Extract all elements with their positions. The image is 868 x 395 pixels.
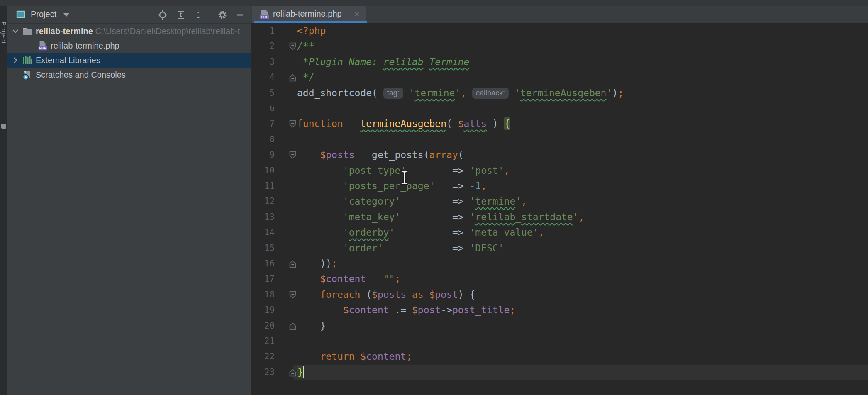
svg-text:PHP: PHP xyxy=(261,15,269,19)
code-text: } xyxy=(297,365,304,380)
code-text: } xyxy=(297,318,326,334)
libraries-icon xyxy=(22,55,33,67)
code-line-12[interactable]: 12 'category' => 'termine', xyxy=(251,194,868,209)
code-line-11[interactable]: 11 'posts_per_page' => -1, xyxy=(251,178,868,194)
editor-tab-bar: PHP relilab-termine.php × xyxy=(251,6,868,23)
scratches-icon xyxy=(22,70,33,82)
fold-region-start-icon[interactable] xyxy=(289,120,296,130)
collapse-all-icon[interactable] xyxy=(193,10,203,20)
line-number: 13 xyxy=(251,210,275,225)
tree-item-label: External Libraries xyxy=(36,55,100,66)
line-number: 14 xyxy=(251,225,275,240)
tree-item-label: relilab-termine.php xyxy=(51,41,119,51)
line-number: 11 xyxy=(251,178,275,194)
project-panel-title[interactable]: Project xyxy=(31,10,56,19)
php-file-icon: PHP xyxy=(37,41,48,53)
tree-item-external-libraries[interactable]: External Libraries xyxy=(7,53,251,68)
tool-window-icon[interactable] xyxy=(1,124,6,129)
code-text: $content = ""; xyxy=(297,271,400,287)
ibeam-mouse-cursor xyxy=(399,169,410,188)
line-number: 9 xyxy=(251,147,275,163)
fold-region-end-icon[interactable] xyxy=(289,322,296,332)
code-line-1[interactable]: 1<?php xyxy=(251,23,868,39)
locate-icon[interactable] xyxy=(158,10,168,20)
code-line-21[interactable]: 21 xyxy=(251,334,868,349)
code-text: add_shortcode( tag: 'termine', callback:… xyxy=(297,85,624,101)
project-panel: Project xyxy=(7,6,251,395)
close-icon[interactable]: × xyxy=(354,9,359,19)
tree-item-relilab-termine[interactable]: relilab-termine C:\Users\Daniel\Desktop\… xyxy=(7,24,251,39)
php-file-icon: PHP xyxy=(259,9,271,22)
tree-item-relilab-termine-php[interactable]: PHPrelilab-termine.php xyxy=(7,39,251,53)
code-text: 'orderby' => 'meta_value', xyxy=(297,225,544,240)
chevron-down-icon[interactable] xyxy=(11,27,20,37)
line-number: 15 xyxy=(251,241,275,256)
ide-window: Project Project xyxy=(0,0,868,395)
project-view-icon xyxy=(16,10,26,21)
line-number: 6 xyxy=(251,101,275,116)
line-number: 10 xyxy=(251,163,275,178)
svg-text:PHP: PHP xyxy=(39,46,46,50)
parameter-hint: tag: xyxy=(383,88,403,99)
code-editor[interactable]: 1<?php2/**3 *Plugin Name: relilab Termin… xyxy=(251,23,868,395)
code-line-16[interactable]: 16 )); xyxy=(251,256,868,271)
fold-region-end-icon[interactable] xyxy=(289,73,296,83)
fold-region-start-icon[interactable] xyxy=(289,291,296,301)
code-line-23[interactable]: 23} xyxy=(251,365,868,380)
line-number: 8 xyxy=(251,132,275,147)
line-number: 4 xyxy=(251,70,275,85)
line-number: 18 xyxy=(251,287,275,302)
code-line-3[interactable]: 3 *Plugin Name: relilab Termine xyxy=(251,54,868,70)
code-line-14[interactable]: 14 'orderby' => 'meta_value', xyxy=(251,225,868,240)
chevron-right-icon[interactable] xyxy=(11,56,20,66)
line-number: 16 xyxy=(251,256,275,271)
code-line-18[interactable]: 18 foreach ($posts as $post) { xyxy=(251,287,868,302)
line-number: 2 xyxy=(251,39,275,54)
code-text: $posts = get_posts(array( xyxy=(297,147,464,163)
code-line-7[interactable]: 7function termineAusgeben( $atts ) { xyxy=(251,116,868,132)
project-tree: relilab-termine C:\Users\Daniel\Desktop\… xyxy=(7,24,251,82)
settings-gear-icon[interactable] xyxy=(217,10,227,20)
code-text: <?php xyxy=(297,23,326,39)
code-line-5[interactable]: 5add_shortcode( tag: 'termine', callback… xyxy=(251,85,868,101)
fold-region-start-icon[interactable] xyxy=(289,42,296,52)
tree-item-scratches-and-consoles[interactable]: Scratches and Consoles xyxy=(7,68,251,82)
code-text: foreach ($posts as $post) { xyxy=(297,287,475,302)
fold-region-end-icon[interactable] xyxy=(289,260,296,270)
line-number: 23 xyxy=(251,365,275,380)
code-text: $content .= $post->post_title; xyxy=(297,302,515,318)
line-number: 20 xyxy=(251,318,275,334)
code-line-9[interactable]: 9 $posts = get_posts(array( xyxy=(251,147,868,163)
tree-item-label: Scratches and Consoles xyxy=(36,70,126,80)
code-line-22[interactable]: 22 return $content; xyxy=(251,349,868,364)
code-text: 'category' => 'termine', xyxy=(297,194,527,209)
code-line-20[interactable]: 20 } xyxy=(251,318,868,334)
chevron-down-icon[interactable] xyxy=(63,13,69,17)
tab-relilab-termine-php[interactable]: PHP relilab-termine.php × xyxy=(252,6,366,23)
code-line-10[interactable]: 10 'post_type' => 'post', xyxy=(251,163,868,178)
parameter-hint: callback: xyxy=(472,88,509,99)
project-stripe-button[interactable]: Project xyxy=(0,22,7,44)
code-text: return $content; xyxy=(297,349,412,364)
tree-item-label: relilab-termine C:\Users\Daniel\Desktop\… xyxy=(36,26,240,37)
code-line-8[interactable]: 8 xyxy=(251,132,868,147)
code-text: 'posts_per_page' => -1, xyxy=(297,178,487,194)
line-number: 12 xyxy=(251,194,275,209)
fold-region-end-icon[interactable] xyxy=(289,368,296,378)
project-panel-header: Project xyxy=(7,6,251,24)
window-title-strip xyxy=(0,0,868,6)
hide-panel-icon[interactable] xyxy=(235,10,245,20)
code-text: function termineAusgeben( $atts ) { xyxy=(297,116,510,132)
tab-label: relilab-termine.php xyxy=(273,9,342,19)
code-line-13[interactable]: 13 'meta_key' => 'relilab_startdate', xyxy=(251,210,868,225)
tree-item-path: C:\Users\Daniel\Desktop\relilab\relilab-… xyxy=(93,27,240,36)
line-number: 17 xyxy=(251,271,275,287)
code-line-19[interactable]: 19 $content .= $post->post_title; xyxy=(251,302,868,318)
expand-all-icon[interactable] xyxy=(176,10,186,20)
fold-region-start-icon[interactable] xyxy=(289,151,296,161)
code-line-6[interactable]: 6 xyxy=(251,101,868,116)
code-line-2[interactable]: 2/** xyxy=(251,39,868,54)
code-line-17[interactable]: 17 $content = ""; xyxy=(251,271,868,287)
code-line-4[interactable]: 4 */ xyxy=(251,70,868,85)
code-line-15[interactable]: 15 'order' => 'DESC' xyxy=(251,241,868,256)
